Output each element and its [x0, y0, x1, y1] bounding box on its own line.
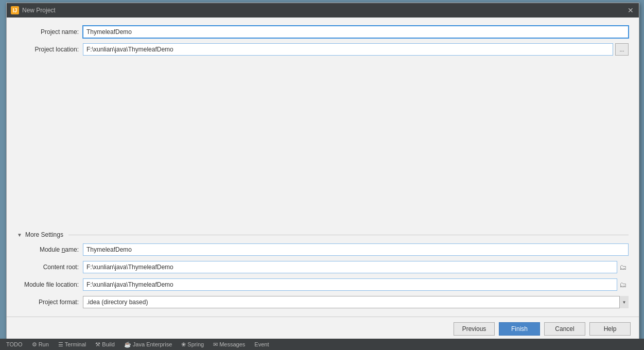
taskbar-spring[interactable]: ❀ Spring	[177, 340, 208, 349]
new-project-dialog: IJ New Project ✕ Project name: Project l…	[6, 3, 639, 341]
project-format-select[interactable]: .idea (directory based) Eclipse (.classp…	[83, 296, 629, 308]
dialog-title: New Project	[22, 7, 623, 14]
dialog-titlebar: IJ New Project ✕	[7, 3, 639, 18]
cancel-button[interactable]: Cancel	[544, 322, 585, 336]
project-location-input[interactable]	[83, 43, 613, 56]
finish-button[interactable]: Finish	[499, 322, 540, 336]
taskbar-java-enterprise[interactable]: ☕ Java Enterprise	[120, 340, 176, 349]
project-location-browse-button[interactable]: ...	[615, 43, 629, 56]
dialog-overlay: IJ New Project ✕ Project name: Project l…	[0, 0, 644, 350]
project-name-label: Project name:	[17, 28, 79, 36]
project-location-field: ...	[83, 43, 629, 56]
module-file-input[interactable]	[83, 278, 617, 291]
dialog-content: Project name: Project location: ... ▼ Mo…	[7, 18, 639, 317]
module-name-row: Module name:	[17, 243, 629, 256]
module-name-label-text: Module name:	[40, 246, 79, 253]
module-file-field: 🗂	[83, 278, 629, 291]
project-format-select-wrapper: .idea (directory based) Eclipse (.classp…	[83, 296, 629, 308]
ide-taskbar: TODO ⚙ Run ☰ Terminal ⚒ Build ☕ Java Ent…	[0, 339, 644, 350]
content-root-field: 🗂	[83, 261, 629, 273]
taskbar-todo[interactable]: TODO	[2, 340, 27, 348]
more-settings-header[interactable]: ▼ More Settings	[17, 231, 629, 238]
section-divider	[68, 235, 629, 235]
taskbar-event[interactable]: Event	[250, 340, 273, 348]
project-location-label: Project location:	[17, 46, 79, 53]
project-location-row: Project location: ...	[17, 43, 629, 56]
more-settings-title: More Settings	[25, 231, 63, 238]
module-file-label-text: Module file location:	[24, 281, 79, 288]
project-name-input[interactable]	[83, 26, 629, 38]
content-root-row: Content root: 🗂	[17, 261, 629, 273]
content-root-label: Content root:	[17, 264, 79, 271]
taskbar-messages[interactable]: ✉ Messages	[209, 340, 249, 349]
dialog-footer: Previous Finish Cancel Help	[7, 317, 639, 341]
more-settings-section: ▼ More Settings Module name:	[17, 231, 629, 308]
module-name-label: Module name:	[17, 246, 79, 253]
content-spacer	[17, 61, 629, 222]
taskbar-terminal[interactable]: ☰ Terminal	[54, 340, 90, 349]
collapse-triangle-icon: ▼	[17, 232, 22, 238]
module-name-input[interactable]	[83, 243, 629, 256]
close-button[interactable]: ✕	[626, 6, 635, 14]
help-button[interactable]: Help	[589, 322, 631, 336]
project-format-row: Project format: .idea (directory based) …	[17, 296, 629, 308]
module-file-folder-icon[interactable]: 🗂	[617, 279, 629, 290]
content-root-folder-icon[interactable]: 🗂	[617, 261, 629, 273]
project-format-label: Project format:	[17, 299, 79, 306]
module-file-label: Module file location:	[17, 281, 79, 288]
content-root-input[interactable]	[83, 261, 617, 273]
taskbar-run[interactable]: ⚙ Run	[28, 340, 53, 349]
taskbar-build[interactable]: ⚒ Build	[91, 340, 119, 349]
previous-button[interactable]: Previous	[454, 322, 495, 336]
module-file-row: Module file location: 🗂	[17, 278, 629, 291]
app-icon: IJ	[11, 6, 19, 14]
more-settings-content: Module name: Content root: 🗂	[17, 243, 629, 308]
project-name-row: Project name:	[17, 26, 629, 38]
content-root-label-text: Content root:	[43, 264, 79, 271]
